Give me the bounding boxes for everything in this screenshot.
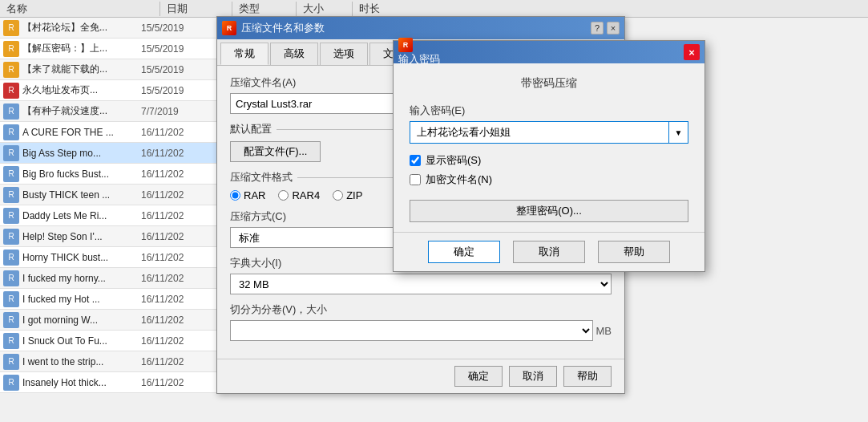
pwd-footer: 确定 取消 帮助 (394, 232, 704, 271)
file-icon: R (3, 145, 19, 161)
file-icon: R (3, 333, 19, 349)
column-time: 时长 (353, 2, 409, 16)
file-name: Big Bro fucks Bust... (22, 168, 135, 180)
tab-general[interactable]: 常规 (220, 43, 268, 65)
column-date: 日期 (160, 2, 232, 16)
list-item[interactable]: RA CURE FOR THE ...16/11/202 (0, 122, 216, 143)
file-icon: R (3, 166, 19, 182)
format-zip[interactable]: ZIP (333, 189, 362, 201)
file-name: 【村花论坛】全免... (22, 21, 135, 34)
pwd-dropdown-btn[interactable]: ▼ (669, 121, 688, 144)
format-rar4[interactable]: RAR4 (278, 189, 320, 201)
list-item[interactable]: R永久地址发布页...15/5/2019 (0, 80, 216, 101)
file-date: 15/5/2019 (135, 43, 207, 55)
rar-help-btn[interactable]: 帮助 (563, 366, 612, 387)
pwd-content: 输入密码(E) ▼ 显示密码(S) 加密文件名(N) 整理密码(O)... (394, 97, 704, 232)
file-date: 16/11/202 (135, 252, 207, 263)
rar-cancel-btn[interactable]: 取消 (509, 366, 557, 387)
rar-question-btn[interactable]: ? (591, 22, 604, 34)
list-item[interactable]: R【解压密码：】上...15/5/2019 (0, 39, 216, 59)
pwd-input-row: ▼ (410, 121, 688, 144)
manage-pwd-btn[interactable]: 整理密码(O)... (410, 200, 688, 222)
column-size: 大小 (297, 2, 353, 16)
file-date: 16/11/202 (135, 356, 207, 367)
file-icon: R (3, 375, 19, 391)
file-icon: R (3, 124, 19, 140)
split-group: 切分为分卷(V)，大小 MB (230, 302, 612, 341)
file-name: 【有种子就没速度... (22, 104, 135, 118)
list-item[interactable]: RInsanely Hot thick...16/11/202 (0, 372, 216, 393)
file-date: 16/11/202 (135, 335, 207, 347)
tab-options[interactable]: 选项 (320, 43, 368, 65)
list-item[interactable]: RI went to the strip...16/11/202 (0, 351, 216, 372)
list-item[interactable]: R【有种子就没速度...7/7/2019 (0, 101, 216, 122)
file-date: 15/5/2019 (135, 64, 207, 75)
show-password-checkbox[interactable]: 显示密码(S) (410, 153, 688, 168)
split-select[interactable] (230, 320, 593, 341)
pwd-rar-icon: R (398, 38, 413, 52)
file-date: 7/7/2019 (135, 106, 207, 117)
list-item[interactable]: RBusty THICK teen ...16/11/202 (0, 185, 216, 205)
rar-title-buttons: ? × (589, 22, 620, 34)
file-date: 16/11/202 (135, 210, 207, 221)
list-item[interactable]: RBig Ass Step mo...16/11/202 (0, 143, 216, 164)
rar-ok-btn[interactable]: 确定 (454, 366, 503, 387)
pwd-title-left: R 输入密码 (398, 38, 440, 67)
file-date: 16/11/202 (135, 294, 207, 305)
pwd-input[interactable] (410, 121, 669, 144)
split-row: MB (230, 320, 612, 341)
file-date: 16/11/202 (135, 377, 207, 388)
file-icon: R (3, 270, 19, 286)
list-item[interactable]: RI fucked my horny...16/11/202 (0, 268, 216, 289)
config-file-btn[interactable]: 配置文件(F)... (230, 141, 321, 162)
list-item[interactable]: RBig Bro fucks Bust...16/11/202 (0, 164, 216, 185)
rar-dialog-footer: 确定 取消 帮助 (217, 359, 624, 393)
file-date: 15/5/2019 (135, 22, 207, 34)
pwd-close-btn[interactable]: × (684, 44, 700, 60)
file-name: 永久地址发布页... (22, 83, 135, 97)
pwd-ok-btn[interactable]: 确定 (428, 241, 500, 263)
file-date: 16/11/202 (135, 189, 207, 201)
checkbox-group: 显示密码(S) 加密文件名(N) (410, 153, 688, 187)
file-name: I got morning W... (22, 314, 135, 326)
encrypt-filename-label: 加密文件名(N) (426, 172, 492, 187)
file-name: I fucked my horny... (22, 273, 135, 284)
file-date: 16/11/202 (135, 168, 207, 180)
file-name: A CURE FOR THE ... (22, 127, 135, 138)
file-name: Busty THICK teen ... (22, 189, 135, 201)
file-icon: R (3, 354, 19, 370)
file-date: 15/5/2019 (135, 85, 207, 96)
password-dialog: R 输入密码 × 带密码压缩 输入密码(E) ▼ 显示密码(S) 加密文件名(N… (393, 40, 705, 272)
file-name: Horny THICK bust... (22, 252, 135, 263)
pwd-dialog-titlebar: R 输入密码 × (394, 41, 704, 63)
pwd-label: 输入密码(E) (410, 103, 688, 118)
encrypt-filename-checkbox[interactable]: 加密文件名(N) (410, 172, 688, 187)
list-item[interactable]: RI got morning W...16/11/202 (0, 310, 216, 331)
list-item[interactable]: RDaddy Lets Me Ri...16/11/202 (0, 205, 216, 226)
tab-advanced[interactable]: 高级 (270, 43, 318, 65)
file-name: 【来了就能下载的... (22, 63, 135, 76)
rar-icon: R (222, 21, 236, 35)
pwd-help-btn[interactable]: 帮助 (598, 241, 670, 263)
file-name: Help! Step Son I'... (22, 231, 135, 242)
file-name: Daddy Lets Me Ri... (22, 210, 135, 221)
list-item[interactable]: RI fucked my Hot ...16/11/202 (0, 289, 216, 310)
pwd-cancel-btn[interactable]: 取消 (513, 241, 585, 263)
split-label: 切分为分卷(V)，大小 (230, 302, 612, 317)
file-date: 16/11/202 (135, 127, 207, 138)
file-name: I fucked my Hot ... (22, 294, 135, 305)
list-item[interactable]: RHorny THICK bust...16/11/202 (0, 247, 216, 268)
dictionary-select[interactable]: 32 MB (230, 274, 612, 294)
format-rar[interactable]: RAR (230, 189, 265, 201)
file-icon: R (3, 312, 19, 328)
list-item[interactable]: RI Snuck Out To Fu...16/11/202 (0, 331, 216, 351)
file-icon: R (3, 229, 19, 245)
file-date: 16/11/202 (135, 148, 207, 159)
rar-close-btn[interactable]: × (607, 22, 620, 34)
list-item[interactable]: R【来了就能下载的...15/5/2019 (0, 59, 216, 80)
file-list-header: 名称 日期 类型 大小 时长 (0, 0, 868, 18)
file-name: Big Ass Step mo... (22, 148, 135, 159)
list-item[interactable]: RHelp! Step Son I'...16/11/202 (0, 226, 216, 247)
list-item[interactable]: R【村花论坛】全免...15/5/2019 (0, 18, 216, 39)
rar-dialog-title: 压缩文件名和参数 (241, 21, 325, 35)
